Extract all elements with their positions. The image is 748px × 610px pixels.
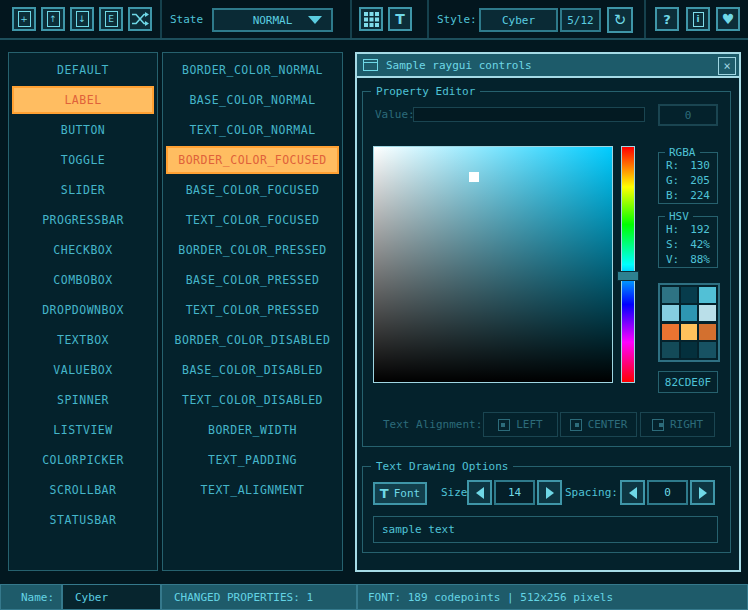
state-label: State <box>170 0 203 40</box>
color-swatch[interactable] <box>681 305 698 321</box>
list-item[interactable]: LISTVIEW <box>9 415 157 445</box>
align-center-icon <box>570 419 582 431</box>
list-item[interactable]: SPINNER <box>9 385 157 415</box>
list-item[interactable]: TEXT_COLOR_FOCUSED <box>163 205 342 235</box>
sponsor-button[interactable]: ♥ <box>716 7 740 31</box>
font-preview-button[interactable]: T <box>388 7 412 31</box>
hex-value-box[interactable]: 82CDE0F <box>658 371 718 393</box>
color-swatch[interactable] <box>699 305 716 321</box>
reload-icon: ↻ <box>614 11 627 29</box>
hue-bar-handle[interactable] <box>617 271 639 281</box>
list-item[interactable]: BORDER_WIDTH <box>163 415 342 445</box>
spacing-label: Spacing: <box>565 480 618 505</box>
sample-text-input[interactable]: sample text <box>373 516 718 543</box>
list-item-selected[interactable]: BORDER_COLOR_FOCUSED <box>166 146 339 174</box>
toolbar-separator <box>644 0 646 38</box>
save-file-icon: ↓ <box>76 11 89 27</box>
list-item[interactable]: TOGGLE <box>9 145 157 175</box>
about-button[interactable]: i <box>686 7 710 31</box>
color-swatch[interactable] <box>699 324 716 340</box>
hsv-group-label: HSV <box>665 210 693 223</box>
style-name-input[interactable]: Cyber <box>62 584 161 610</box>
color-swatch[interactable] <box>681 287 698 303</box>
list-item[interactable]: BORDER_COLOR_PRESSED <box>163 235 342 265</box>
list-item[interactable]: BASE_COLOR_PRESSED <box>163 265 342 295</box>
spacing-increment-button[interactable] <box>690 480 715 505</box>
info-icon: i <box>693 12 704 27</box>
arrow-right-icon <box>699 487 707 499</box>
font-tool-icon: T <box>380 486 389 501</box>
align-right-icon <box>652 419 664 431</box>
list-item[interactable]: PROGRESSBAR <box>9 205 157 235</box>
color-picker-cursor[interactable] <box>469 172 479 182</box>
list-item[interactable]: TEXT_COLOR_PRESSED <box>163 295 342 325</box>
color-swatch[interactable] <box>681 342 698 358</box>
color-swatch[interactable] <box>662 287 679 303</box>
new-file-button[interactable]: + <box>12 7 36 31</box>
color-picker-panel[interactable] <box>373 146 613 383</box>
hex-value-text: 82CDE0F <box>665 376 711 389</box>
style-name-text: Cyber <box>75 591 108 604</box>
window-title-bar[interactable]: Sample raygui controls × <box>357 54 739 78</box>
align-right-button[interactable]: RIGHT <box>640 412 715 437</box>
value-slider[interactable] <box>413 107 645 122</box>
spacing-value-box[interactable]: 0 <box>647 480 688 505</box>
list-item[interactable]: TEXT_COLOR_NORMAL <box>163 115 342 145</box>
list-item[interactable]: BORDER_COLOR_DISABLED <box>163 325 342 355</box>
size-decrement-button[interactable] <box>467 480 492 505</box>
list-item[interactable]: DEFAULT <box>9 55 157 85</box>
list-item[interactable]: BORDER_COLOR_NORMAL <box>163 55 342 85</box>
list-item[interactable]: STATUSBAR <box>9 505 157 535</box>
text-drawing-options-label: Text Drawing Options <box>371 460 513 473</box>
sample-text-value: sample text <box>382 523 455 536</box>
color-swatch[interactable] <box>699 287 716 303</box>
color-swatch[interactable] <box>662 305 679 321</box>
list-item[interactable]: CHECKBOX <box>9 235 157 265</box>
value-box[interactable]: 0 <box>658 104 718 126</box>
list-item[interactable]: TEXT_COLOR_DISABLED <box>163 385 342 415</box>
font-button[interactable]: T Font <box>373 482 427 505</box>
list-item[interactable]: SLIDER <box>9 175 157 205</box>
list-item[interactable]: TEXTBOX <box>9 325 157 355</box>
color-swatch[interactable] <box>662 342 679 358</box>
size-increment-button[interactable] <box>537 480 562 505</box>
list-item-selected[interactable]: LABEL <box>12 86 154 114</box>
list-item[interactable]: BUTTON <box>9 115 157 145</box>
randomize-style-button[interactable] <box>128 7 152 31</box>
help-button[interactable]: ? <box>655 7 679 31</box>
list-item[interactable]: BASE_COLOR_FOCUSED <box>163 175 342 205</box>
color-swatch[interactable] <box>681 324 698 340</box>
toolbar-separator <box>160 0 162 38</box>
v-value: 88% <box>690 253 710 266</box>
save-file-button[interactable]: ↓ <box>70 7 94 31</box>
list-item[interactable]: TEXT_PADDING <box>163 445 342 475</box>
align-left-button[interactable]: LEFT <box>483 412 558 437</box>
style-index-value: 5/12 <box>567 14 594 27</box>
state-dropdown[interactable]: NORMAL <box>212 8 333 32</box>
list-item[interactable]: TEXT_ALIGNMENT <box>163 475 342 505</box>
export-file-button[interactable]: E <box>99 7 123 31</box>
toolbar-separator <box>350 0 352 38</box>
list-item[interactable]: BASE_COLOR_DISABLED <box>163 355 342 385</box>
close-button[interactable]: × <box>718 57 736 75</box>
list-item[interactable]: VALUEBOX <box>9 355 157 385</box>
style-table-button[interactable] <box>359 7 383 31</box>
style-name-selector[interactable]: Cyber <box>479 8 558 32</box>
reload-style-button[interactable]: ↻ <box>607 7 633 33</box>
list-item[interactable]: DROPDOWNBOX <box>9 295 157 325</box>
color-swatch[interactable] <box>662 324 679 340</box>
align-center-button[interactable]: CENTER <box>560 412 637 437</box>
list-item[interactable]: COLORPICKER <box>9 445 157 475</box>
shuffle-icon <box>131 11 149 27</box>
hue-bar[interactable] <box>621 146 635 383</box>
changed-properties-text: CHANGED PROPERTIES: 1 <box>174 591 313 604</box>
list-item[interactable]: COMBOBOX <box>9 265 157 295</box>
spacing-decrement-button[interactable] <box>620 480 645 505</box>
hsv-group: HSV H: 192 S: 42% V: 88% <box>658 216 718 268</box>
list-item[interactable]: SCROLLBAR <box>9 475 157 505</box>
open-file-button[interactable]: ↑ <box>41 7 65 31</box>
color-swatch[interactable] <box>699 342 716 358</box>
list-item[interactable]: BASE_COLOR_NORMAL <box>163 85 342 115</box>
size-value-box[interactable]: 14 <box>494 480 535 505</box>
h-value: 192 <box>690 223 710 236</box>
